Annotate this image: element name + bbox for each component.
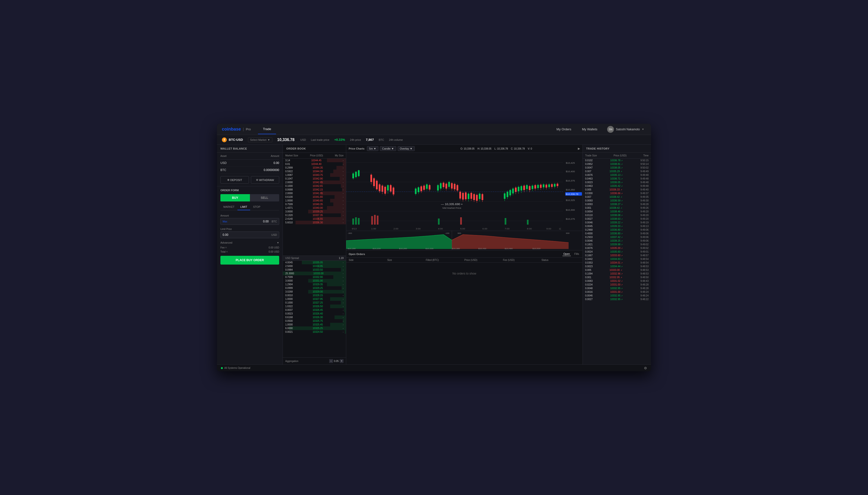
svg-rect-57 xyxy=(440,183,442,189)
list-item[interactable]: 0.002110324.50- xyxy=(283,330,346,334)
app-container: coinbase | Pro Trade My Orders My Wallet… xyxy=(217,124,651,371)
list-item[interactable]: 1.008710343.75- xyxy=(283,173,346,177)
svg-rect-45 xyxy=(417,187,420,192)
list-item[interactable]: 3.000010339.25- xyxy=(283,210,346,214)
nav-tab-trade[interactable]: Trade xyxy=(258,124,276,134)
list-item[interactable]: 0.098410333.50- xyxy=(283,268,346,272)
list-item[interactable]: 2.000010342.85- xyxy=(283,181,346,184)
list-item: 0.002310336.05 ↗9:49:48 xyxy=(583,181,651,184)
list-item[interactable]: 0.759910332.90- xyxy=(283,275,346,279)
limit-price-input[interactable] xyxy=(220,232,269,238)
limit-price-group: Limit Price USD xyxy=(217,226,283,240)
open-tab[interactable]: Open xyxy=(562,252,571,256)
user-profile[interactable]: SN Satoshi Nakamoto ▼ xyxy=(605,125,646,134)
list-item[interactable]: 1.290410329.35- xyxy=(283,283,346,286)
chevron-down-icon: ▼ xyxy=(277,241,279,244)
list-item[interactable]: 3.1410344.45- xyxy=(283,158,346,162)
stop-tab[interactable]: STOP xyxy=(250,204,263,210)
deposit-button[interactable]: ⊕ DEPOSIT xyxy=(220,176,249,184)
svg-text:$10,425: $10,425 xyxy=(566,162,575,164)
svg-rect-55 xyxy=(437,185,439,190)
volume-bars xyxy=(352,215,529,225)
list-item: 0.00510336.33 ↗9:49:40 xyxy=(583,188,651,191)
list-item[interactable]: 0.003710326.45- xyxy=(283,308,346,312)
list-item[interactable]: 2.414010336.55- xyxy=(283,217,346,221)
list-item[interactable]: 0.132010337.35- xyxy=(283,214,346,217)
chart-expand-icon[interactable]: ▶ xyxy=(578,147,580,150)
list-item[interactable]: 0.104710342.90- xyxy=(283,177,346,181)
ob-asks-container: 3.1410344.45-0.0110344.40-0.299910344.35… xyxy=(283,158,346,256)
advanced-toggle[interactable]: Advanced ▼ xyxy=(217,240,283,245)
limit-tab[interactable]: LIMIT xyxy=(238,204,250,210)
svg-text:3:00: 3:00 xyxy=(416,227,421,230)
svg-rect-75 xyxy=(465,192,467,199)
list-item[interactable]: 0.610010341.80- xyxy=(283,195,346,199)
svg-text:300: 300 xyxy=(566,232,570,234)
list-item[interactable]: 0.0110344.40- xyxy=(283,162,346,166)
svg-rect-79 xyxy=(471,193,472,199)
list-item[interactable]: 1.032210326.50- xyxy=(283,305,346,308)
select-market-button[interactable]: Select Market ▼ xyxy=(248,137,272,142)
list-item[interactable]: 0.099910329.25- xyxy=(283,286,346,290)
svg-rect-49 xyxy=(423,186,425,190)
wallet-buttons: ⊕ DEPOSIT ⊖ WITHDRAW xyxy=(217,174,283,186)
overlay-select[interactable]: Overlay ▼ xyxy=(398,146,415,151)
svg-text:7:00: 7:00 xyxy=(505,227,510,230)
list-item[interactable]: 0.759910340.35- xyxy=(283,202,346,206)
list-item[interactable]: 1.000010340.65- xyxy=(283,199,346,202)
oo-title: Open Orders xyxy=(349,253,365,256)
low-val: L: 10,336.78 xyxy=(494,148,508,150)
svg-rect-103 xyxy=(523,186,525,190)
market-tab[interactable]: MARKET xyxy=(220,204,238,210)
list-item[interactable]: 4.004510335.05- xyxy=(283,261,346,264)
chart-title: Price Charts xyxy=(349,147,364,150)
svg-rect-59 xyxy=(443,183,444,187)
list-item[interactable]: 0.616810326.30- xyxy=(283,315,346,319)
svg-rect-29 xyxy=(376,181,378,189)
candle-chart-area[interactable]: 9/13 1:00 2:00 3:00 4:00 5:00 6:00 7:00 … xyxy=(346,153,583,231)
timeframe-select[interactable]: 5m ▼ xyxy=(367,146,378,151)
svg-rect-39 xyxy=(390,185,392,191)
settings-icon[interactable]: ⚙ xyxy=(644,366,647,370)
list-item[interactable]: 1.437110340.00- xyxy=(283,206,346,210)
spread-value: 1.19 xyxy=(339,257,344,259)
list-item[interactable]: 0.001010328.15- xyxy=(283,293,346,297)
list-item: 0.023410331.00 ↗9:48:28 xyxy=(583,283,651,287)
ob-col-size: Market Size xyxy=(285,154,298,157)
place-order-button[interactable]: PLACE BUY ORDER xyxy=(220,256,279,264)
list-item[interactable]: 3.000010331.00- xyxy=(283,279,346,283)
list-item[interactable]: 2.000010341.95- xyxy=(283,191,346,195)
list-item[interactable]: 0.068810342.15- xyxy=(283,188,346,191)
list-item[interactable]: 25.300010333.00- xyxy=(283,272,346,275)
list-item[interactable]: 5.601010336.30- xyxy=(283,221,346,224)
list-item[interactable]: 0.100010342.65- xyxy=(283,184,346,188)
chart-type-select[interactable]: Candle ▼ xyxy=(380,146,396,151)
my-orders-button[interactable]: My Orders xyxy=(554,126,574,133)
list-item[interactable]: 0.002310326.40- xyxy=(283,312,346,315)
list-item[interactable]: 0.050010325.75- xyxy=(283,319,346,323)
buy-tab[interactable]: BUY xyxy=(220,194,250,202)
sell-tab[interactable]: SELL xyxy=(250,194,279,202)
svg-text:$10,375: $10,375 xyxy=(566,180,575,182)
fills-tab[interactable]: Fills xyxy=(573,252,580,256)
svg-rect-134 xyxy=(438,219,440,225)
list-item[interactable]: 0.592210344.30- xyxy=(283,170,346,173)
list-item[interactable]: 0.100010327.25- xyxy=(283,301,346,305)
list-item[interactable]: 1.000010327.95- xyxy=(283,297,346,301)
agg-increase-button[interactable]: + xyxy=(340,359,344,363)
max-link[interactable]: Max xyxy=(220,219,229,224)
list-item[interactable]: 1.000010325.45- xyxy=(283,323,346,326)
list-item[interactable]: 3.026810329.00- xyxy=(283,290,346,293)
agg-decrease-button[interactable]: − xyxy=(329,359,333,363)
svg-rect-37 xyxy=(387,185,389,190)
withdraw-button[interactable]: ⊖ WITHDRAW xyxy=(251,176,279,184)
oo-col-filled: Filled (BTC) xyxy=(426,259,464,261)
my-wallets-button[interactable]: My Wallets xyxy=(579,126,600,133)
svg-rect-23 xyxy=(358,170,360,176)
list-item[interactable]: 2.500010334.95- xyxy=(283,264,346,268)
svg-text:$10,330: $10,330 xyxy=(425,248,433,250)
list-item[interactable]: 0.299910344.35- xyxy=(283,166,346,170)
amount-input[interactable] xyxy=(229,218,270,225)
list-item[interactable]: 6.000010325.25- xyxy=(283,326,346,330)
svg-text:1:00: 1:00 xyxy=(371,227,376,230)
